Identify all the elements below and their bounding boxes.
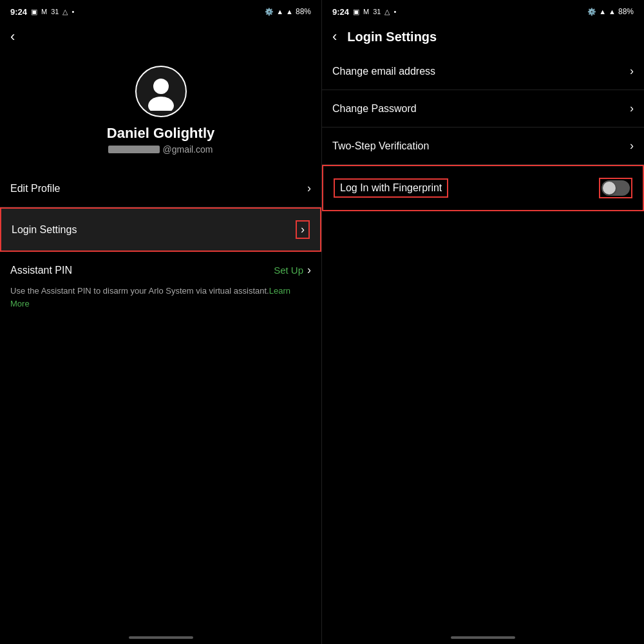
setup-row: Set Up › bbox=[274, 263, 311, 277]
status-bar-left: 9:24 ▣ M 31 △ • ⚙️ ▲ ▲ 88% bbox=[0, 0, 321, 21]
status-left: 9:24 ▣ M 31 △ • bbox=[10, 7, 74, 17]
menu-list-right: Change email address › Change Password ›… bbox=[322, 53, 644, 629]
dot-icon: • bbox=[71, 8, 74, 15]
profile-section: Daniel Golightly @gmail.com bbox=[0, 53, 321, 170]
change-password-label: Change Password bbox=[332, 103, 417, 115]
menu-list-left: Edit Profile › Login Settings › Assistan… bbox=[0, 170, 321, 629]
home-indicator-left bbox=[129, 636, 193, 639]
bell-icon-right: △ bbox=[384, 8, 390, 16]
change-email-chevron: › bbox=[630, 64, 634, 78]
two-step-chevron: › bbox=[630, 139, 634, 153]
mail-icon-right: M bbox=[363, 8, 369, 15]
profile-name: Daniel Golightly bbox=[107, 125, 214, 142]
bell-icon: △ bbox=[62, 8, 68, 16]
home-bar-left bbox=[0, 629, 321, 644]
avatar bbox=[135, 66, 187, 117]
fingerprint-label: Log In with Fingerprint bbox=[334, 178, 448, 198]
back-button-left[interactable]: ‹ bbox=[10, 26, 20, 48]
status-right-right: ⚙️ ▲ ▲ 88% bbox=[587, 7, 634, 16]
menu-item-login-settings[interactable]: Login Settings › bbox=[0, 207, 321, 252]
battery-right: 88% bbox=[618, 7, 634, 16]
calendar-icon-right: 31 bbox=[373, 8, 381, 15]
wifi-icon-left: ▲ bbox=[276, 8, 283, 15]
setup-label: Set Up bbox=[274, 265, 303, 276]
menu-item-change-password[interactable]: Change Password › bbox=[322, 90, 644, 128]
home-indicator-right bbox=[451, 636, 515, 639]
network-icon-left: ▲ bbox=[286, 8, 293, 15]
page-title-right: Login Settings bbox=[347, 30, 437, 44]
menu-item-assistant-pin[interactable]: Assistant PIN Set Up › bbox=[0, 252, 321, 282]
time-left: 9:24 bbox=[10, 7, 27, 17]
menu-item-edit-profile[interactable]: Edit Profile › bbox=[0, 170, 321, 207]
fingerprint-toggle-wrapper bbox=[599, 178, 632, 198]
sim-icon-right: ▣ bbox=[353, 8, 359, 16]
battery-left: 88% bbox=[296, 7, 311, 16]
sim-icon: ▣ bbox=[31, 8, 37, 16]
menu-item-two-step[interactable]: Two-Step Verification › bbox=[322, 128, 644, 165]
login-settings-label: Login Settings bbox=[12, 224, 77, 236]
assistant-description: Use the Assistant PIN to disarm your Arl… bbox=[0, 282, 321, 317]
status-right-left: ⚙️ ▲ ▲ 88% bbox=[265, 7, 311, 16]
dot-icon-right: • bbox=[393, 8, 396, 15]
avatar-icon bbox=[142, 72, 180, 111]
svg-point-0 bbox=[153, 79, 169, 94]
signal-icon-left: ⚙️ bbox=[265, 8, 274, 16]
login-settings-chevron: › bbox=[301, 223, 305, 236]
status-bar-right: 9:24 ▣ M 31 △ • ⚙️ ▲ ▲ 88% bbox=[322, 0, 644, 21]
network-icon-right: ▲ bbox=[609, 8, 616, 15]
wifi-icon-right: ▲ bbox=[599, 8, 606, 15]
nav-bar-left: ‹ bbox=[0, 21, 321, 53]
home-bar-right bbox=[322, 629, 644, 644]
mail-icon: M bbox=[41, 8, 47, 15]
change-email-label: Change email address bbox=[332, 66, 435, 77]
menu-item-fingerprint[interactable]: Log In with Fingerprint bbox=[322, 165, 644, 211]
login-settings-chevron-box: › bbox=[296, 220, 310, 239]
calendar-icon: 31 bbox=[51, 8, 59, 15]
email-redacted bbox=[108, 146, 160, 153]
time-right: 9:24 bbox=[332, 7, 349, 17]
menu-item-change-email[interactable]: Change email address › bbox=[322, 53, 644, 90]
edit-profile-label: Edit Profile bbox=[10, 183, 60, 194]
change-password-chevron: › bbox=[630, 102, 634, 115]
signal-icon-right: ⚙️ bbox=[587, 8, 596, 16]
status-left-right: 9:24 ▣ M 31 △ • bbox=[332, 7, 396, 17]
right-phone-panel: 9:24 ▣ M 31 △ • ⚙️ ▲ ▲ 88% ‹ Login Setti… bbox=[322, 0, 644, 644]
assistant-pin-chevron: › bbox=[307, 263, 311, 277]
back-button-right[interactable]: ‹ bbox=[332, 26, 342, 48]
edit-profile-chevron: › bbox=[307, 182, 311, 195]
two-step-label: Two-Step Verification bbox=[332, 140, 429, 152]
assistant-pin-label: Assistant PIN bbox=[10, 265, 72, 276]
fingerprint-toggle[interactable] bbox=[601, 180, 630, 196]
nav-bar-right: ‹ Login Settings bbox=[322, 21, 644, 53]
email-domain: @gmail.com bbox=[162, 144, 213, 155]
left-phone-panel: 9:24 ▣ M 31 △ • ⚙️ ▲ ▲ 88% ‹ Daniel Goli… bbox=[0, 0, 322, 644]
profile-email-row: @gmail.com bbox=[108, 144, 213, 155]
svg-point-1 bbox=[148, 97, 174, 111]
toggle-knob bbox=[603, 182, 616, 194]
